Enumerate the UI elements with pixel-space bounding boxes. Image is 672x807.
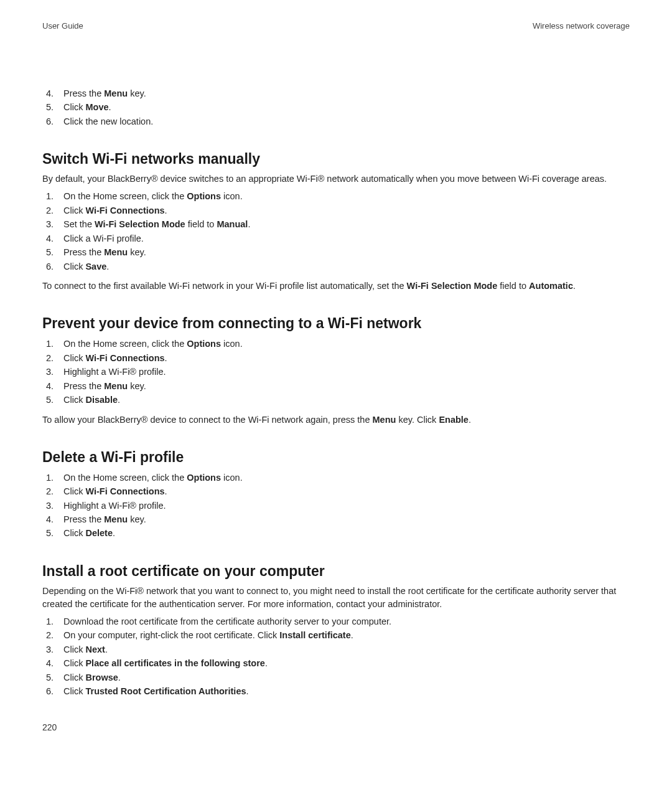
bold-term: Delete: [85, 528, 113, 538]
list-item: 4.Click a Wi-Fi profile.: [42, 232, 630, 245]
list-item: 2.Click Wi-Fi Connections.: [42, 351, 630, 365]
list-item: 6.Click the new location.: [42, 115, 630, 128]
list-item: 6.Click Save.: [42, 260, 630, 273]
bold-term: Place all certificates in the following …: [85, 658, 264, 668]
bold-term: Install certificate: [279, 630, 350, 640]
list-item: 4.Press the Menu key.: [42, 512, 630, 526]
bold-term: Browse: [85, 672, 118, 682]
list-item: 1.On the Home screen, click the Options …: [42, 189, 630, 203]
list-item: 4.Press the Menu key.: [42, 87, 630, 100]
bold-term: Move: [85, 102, 108, 112]
step-number: 1.: [46, 189, 54, 203]
bold-term: Disable: [85, 395, 118, 405]
bold-term: Save: [85, 262, 106, 271]
page-header: User Guide Wireless network coverage: [42, 21, 630, 31]
step-number: 2.: [46, 484, 54, 498]
delete-steps: 1.On the Home screen, click the Options …: [42, 471, 630, 540]
bold-term: Options: [187, 339, 221, 349]
step-number: 5.: [46, 393, 54, 407]
list-item: 5.Press the Menu key.: [42, 245, 630, 259]
prevent-tail: To allow your BlackBerry® device to conn…: [42, 413, 630, 427]
section-heading-switch: Switch Wi-Fi networks manually: [42, 151, 630, 168]
list-item: 4.Press the Menu key.: [42, 379, 630, 393]
list-item: 3.Set the Wi-Fi Selection Mode field to …: [42, 217, 630, 231]
bold-term: Menu: [104, 381, 128, 391]
section-heading-delete: Delete a Wi-Fi profile: [42, 449, 630, 466]
list-item: 4.Click Place all certificates in the fo…: [42, 656, 630, 670]
switch-tail: To connect to the first available Wi-Fi …: [42, 280, 630, 293]
bold-term: Wi-Fi Selection Mode: [95, 219, 185, 229]
bold-term: Menu: [104, 88, 128, 98]
step-number: 6.: [46, 260, 54, 273]
bold-term: Options: [187, 191, 221, 201]
section-intro-install: Depending on the Wi-Fi® network that you…: [42, 585, 630, 611]
bold-term: Menu: [104, 247, 128, 257]
step-number: 5.: [46, 526, 54, 540]
bold-term: Menu: [104, 514, 128, 524]
step-number: 1.: [46, 337, 54, 351]
bold-term: Trusted Root Certification Authorities: [85, 686, 246, 696]
list-item: 2.On your computer, right-click the root…: [42, 628, 630, 642]
bold-term: Options: [187, 473, 221, 483]
list-item: 2.Click Wi-Fi Connections.: [42, 204, 630, 217]
header-left: User Guide: [42, 21, 83, 31]
list-item: 5.Click Disable.: [42, 393, 630, 407]
bold-term: Next: [85, 644, 105, 654]
step-number: 3.: [46, 217, 54, 231]
step-number: 3.: [46, 643, 54, 656]
install-steps: 1.Download the root certificate from the…: [42, 615, 630, 699]
step-number: 4.: [46, 512, 54, 526]
list-item: 6.Click Trusted Root Certification Autho…: [42, 684, 630, 698]
bold-term: Wi-Fi Connections: [85, 353, 164, 363]
step-number: 6.: [46, 684, 54, 698]
header-right: Wireless network coverage: [533, 21, 630, 31]
step-number: 6.: [46, 115, 54, 128]
list-item: 5.Click Delete.: [42, 526, 630, 540]
step-number: 4.: [46, 379, 54, 393]
bold-term: Manual: [217, 219, 248, 229]
step-number: 1.: [46, 471, 54, 484]
step-number: 2.: [46, 204, 54, 217]
step-number: 1.: [46, 615, 54, 628]
list-item: 1.On the Home screen, click the Options …: [42, 471, 630, 484]
step-number: 3.: [46, 499, 54, 512]
step-number: 4.: [46, 87, 54, 100]
section-heading-install: Install a root certificate on your compu…: [42, 563, 630, 580]
section-heading-prevent: Prevent your device from connecting to a…: [42, 315, 630, 332]
section-intro-switch: By default, your BlackBerry® device swit…: [42, 172, 630, 186]
step-number: 2.: [46, 351, 54, 365]
step-number: 3.: [46, 365, 54, 379]
bold-term: Wi-Fi Connections: [85, 205, 164, 215]
list-item: 5.Click Move.: [42, 100, 630, 114]
step-number: 5.: [46, 100, 54, 114]
list-item: 1.Download the root certificate from the…: [42, 615, 630, 628]
list-item: 3.Click Next.: [42, 643, 630, 656]
intro-steps: 4.Press the Menu key.5.Click Move.6.Clic…: [42, 87, 630, 128]
bold-term: Wi-Fi Connections: [85, 486, 164, 496]
list-item: 5.Click Browse.: [42, 671, 630, 684]
switch-steps: 1.On the Home screen, click the Options …: [42, 189, 630, 273]
step-number: 5.: [46, 671, 54, 684]
step-number: 2.: [46, 628, 54, 642]
step-number: 5.: [46, 245, 54, 259]
list-item: 3.Highlight a Wi-Fi® profile.: [42, 499, 630, 512]
step-number: 4.: [46, 232, 54, 245]
list-item: 3.Highlight a Wi-Fi® profile.: [42, 365, 630, 379]
step-number: 4.: [46, 656, 54, 670]
list-item: 2.Click Wi-Fi Connections.: [42, 484, 630, 498]
prevent-steps: 1.On the Home screen, click the Options …: [42, 337, 630, 407]
list-item: 1.On the Home screen, click the Options …: [42, 337, 630, 351]
document-page: User Guide Wireless network coverage 4.P…: [0, 0, 672, 807]
page-number: 220: [42, 722, 57, 732]
